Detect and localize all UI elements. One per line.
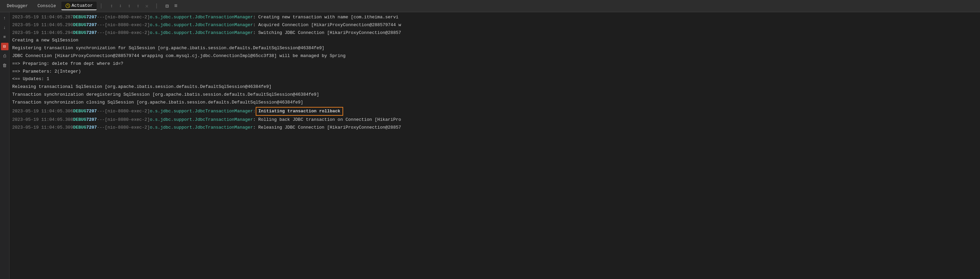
toolbar-btn-more[interactable]: ≡ <box>172 2 180 10</box>
console-area[interactable]: 2023-05-19 11:04:05.287 DEBUG 7207 --- [… <box>10 12 980 279</box>
toolbar-separator2: | <box>155 3 158 9</box>
log-line: Creating a new SqlSession <box>12 37 977 45</box>
gutter-btn-wrap[interactable]: ≡ <box>1 33 8 41</box>
log-line: JDBC Connection [HikariProxyConnection@2… <box>12 52 977 60</box>
toolbar-btn-step-into[interactable]: ⬇ <box>116 2 124 10</box>
log-line: ==> Parameters: 2(Integer) <box>12 68 977 76</box>
gutter-btn-down[interactable]: ↓ <box>1 24 8 31</box>
log-line: <== Updates: 1 <box>12 75 977 83</box>
log-line: Transaction synchronization deregisterin… <box>12 91 977 99</box>
toolbar-btn-step-out[interactable]: ⬆ <box>125 2 133 10</box>
toolbar-btn-resume[interactable]: ⬆ <box>134 2 142 10</box>
log-line: 2023-05-19 11:04:05.306 DEBUG 7207 --- [… <box>12 107 977 116</box>
gutter-btn-print[interactable]: ⎙ <box>1 52 8 60</box>
highlight-rollback: Initiating transaction rollback <box>256 107 343 116</box>
actuator-icon <box>65 3 70 8</box>
toolbar-btn-settings[interactable]: ⊟ <box>163 2 171 10</box>
gutter-btn-delete[interactable]: 🗑 <box>1 62 8 69</box>
log-line: 2023-05-19 11:04:05.290 DEBUG 7207 --- [… <box>12 21 977 29</box>
log-line: 2023-05-19 11:04:05.308 DEBUG 7207 --- [… <box>12 116 977 124</box>
log-line: Releasing transactional SqlSession [org.… <box>12 83 977 91</box>
toolbar-btn-prev[interactable]: ⬆ <box>108 2 116 10</box>
log-line: ==> Preparing: delete from dept where id… <box>12 60 977 68</box>
gutter-btn-up[interactable]: ↑ <box>1 14 8 22</box>
log-line: 2023-05-19 11:04:05.287 DEBUG 7207 --- [… <box>12 14 977 21</box>
log-line: Transaction synchronization closing SqlS… <box>12 99 977 107</box>
tab-actuator[interactable]: Actuator <box>61 2 97 10</box>
toolbar-group2: ⊟ ≡ <box>163 2 180 10</box>
gutter-btn-clear[interactable]: ⊟ <box>1 43 8 50</box>
top-bar: Debugger Console Actuator | ⬆ ⬇ ⬆ ⬆ ✕ | … <box>0 0 980 12</box>
log-line: 2023-05-19 11:04:05.309 DEBUG 7207 --- [… <box>12 124 977 132</box>
left-gutter: ↑ ↓ ≡ ⊟ ⎙ 🗑 <box>0 12 10 279</box>
svg-line-2 <box>68 6 69 6</box>
log-line: Registering transaction synchronization … <box>12 45 977 52</box>
toolbar-separator: | <box>99 3 103 9</box>
toolbar-group: ⬆ ⬇ ⬆ ⬆ ✕ <box>108 2 151 10</box>
log-line: 2023-05-19 11:04:05.294 DEBUG 7207 --- [… <box>12 29 977 37</box>
toolbar-btn-stop[interactable]: ✕ <box>143 2 151 10</box>
tab-debugger[interactable]: Debugger <box>3 2 32 10</box>
tab-console[interactable]: Console <box>33 2 60 10</box>
